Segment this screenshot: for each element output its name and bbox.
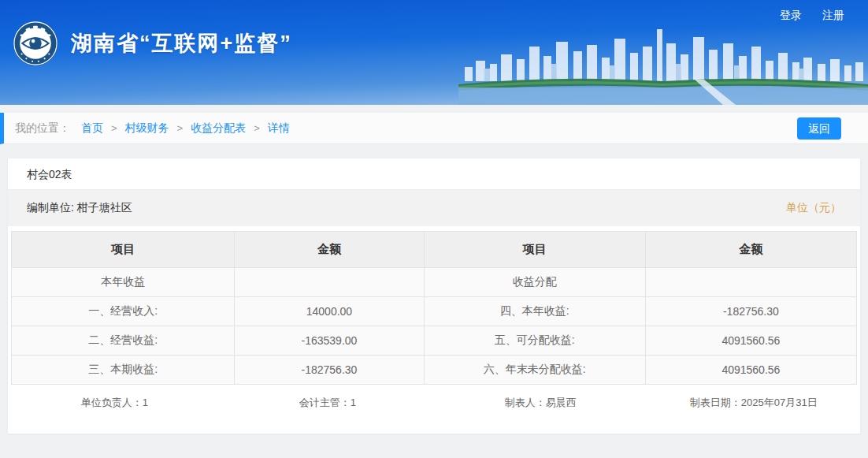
table-cell-value <box>645 268 856 297</box>
table-header-cell: 项目 <box>12 232 235 268</box>
breadcrumb-item-village-finance[interactable]: 村级财务 <box>125 121 169 136</box>
table-row: 三、本期收益: -182756.30 六、年末未分配收益: 4091560.56 <box>12 356 857 385</box>
table-header-cell: 金额 <box>645 232 856 268</box>
table-cell-value: -182756.30 <box>235 356 424 385</box>
breadcrumb-label: 我的位置： <box>15 121 70 136</box>
table-header-cell: 金额 <box>235 232 424 268</box>
footer-date: 制表日期：2025年07月31日 <box>647 396 861 410</box>
breadcrumb-separator: > <box>111 122 117 134</box>
table-cell-value: 4091560.56 <box>645 356 856 385</box>
report-unit-row: 编制单位: 柑子塘社区 单位（元） <box>8 190 860 226</box>
auth-links: 登录 注册 <box>780 9 844 23</box>
back-button[interactable]: 返回 <box>797 117 841 140</box>
report-footer: 单位负责人：1 会计主管：1 制表人：易晨西 制表日期：2025年07月31日 <box>8 385 860 434</box>
breadcrumb-item-home[interactable]: 首页 <box>81 121 103 136</box>
table-cell-value <box>235 268 424 297</box>
breadcrumb-separator: > <box>177 122 184 134</box>
table-header-row: 项目 金额 项目 金额 <box>12 232 857 268</box>
brand: 湖南省“互联网+监督” <box>13 20 292 66</box>
report-card: 村会02表 编制单位: 柑子塘社区 单位（元） 项目 金额 项目 金额 本年收益… <box>8 158 860 434</box>
table-cell-label: 本年收益 <box>12 268 235 297</box>
income-distribution-table: 项目 金额 项目 金额 本年收益 收益分配 一、经营收入: 14000.00 四… <box>11 231 857 385</box>
table-row: 本年收益 收益分配 <box>12 268 857 297</box>
breadcrumb-item-detail[interactable]: 详情 <box>268 121 290 136</box>
table-header-cell: 项目 <box>424 232 645 268</box>
table-cell-label: 三、本期收益: <box>12 356 235 385</box>
table-cell-label: 六、年末未分配收益: <box>424 356 645 385</box>
report-currency-note: 单位（元） <box>786 201 841 215</box>
table-cell-label: 二、经营收益: <box>12 326 235 356</box>
site-header: 湖南省“互联网+监督” 登录 注册 <box>0 0 868 105</box>
register-link[interactable]: 注册 <box>822 9 844 23</box>
table-row: 二、经营收益: -163539.00 五、可分配收益: 4091560.56 <box>12 326 857 356</box>
table-cell-value: 14000.00 <box>235 297 424 326</box>
report-sheet-title: 村会02表 <box>8 158 860 190</box>
eye-logo[interactable] <box>13 20 58 66</box>
table-cell-value: -163539.00 <box>235 326 424 356</box>
login-link[interactable]: 登录 <box>780 9 802 23</box>
footer-unit-head: 单位负责人：1 <box>8 396 221 410</box>
table-cell-value: -182756.30 <box>645 297 856 326</box>
table-cell-label: 收益分配 <box>424 268 645 297</box>
footer-accounting-supervisor: 会计主管：1 <box>221 396 435 410</box>
table-cell-label: 一、经营收入: <box>12 297 235 326</box>
table-cell-label: 五、可分配收益: <box>424 326 645 356</box>
breadcrumb-separator: > <box>254 122 260 134</box>
table-row: 一、经营收入: 14000.00 四、本年收益: -182756.30 <box>12 297 857 326</box>
report-unit-line: 编制单位: 柑子塘社区 <box>27 201 132 215</box>
table-cell-value: 4091560.56 <box>645 326 856 356</box>
breadcrumb: 我的位置： 首页 > 村级财务 > 收益分配表 > 详情 返回 <box>0 113 868 144</box>
city-skyline-image <box>458 23 868 105</box>
breadcrumb-item-income-distribution[interactable]: 收益分配表 <box>191 121 246 136</box>
footer-preparer: 制表人：易晨西 <box>434 396 647 410</box>
site-title: 湖南省“互联网+监督” <box>71 29 292 58</box>
table-cell-label: 四、本年收益: <box>424 297 645 326</box>
